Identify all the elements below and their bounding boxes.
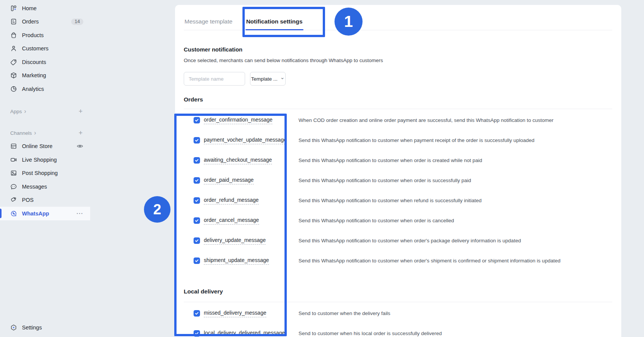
sidebar-item[interactable]: Marketing — [0, 69, 90, 83]
sidebar-item[interactable]: Analytics — [0, 82, 90, 96]
sidebar-item[interactable]: Products — [0, 28, 90, 42]
tab-message-template[interactable]: Message template — [184, 13, 233, 30]
section-divider — [184, 109, 612, 109]
notification-checkbox[interactable] — [194, 177, 200, 184]
sidebar-item[interactable]: Home — [0, 2, 90, 15]
notification-description: Send this WhatsApp notification to custo… — [299, 178, 471, 183]
template-filter-dropdown[interactable]: Template ... ⌄ — [250, 72, 286, 86]
notification-checkbox[interactable] — [194, 157, 200, 164]
notification-checkbox[interactable] — [194, 217, 200, 224]
add-app-button[interactable]: + — [78, 108, 83, 115]
tab-notification-settings[interactable]: Notification settings — [245, 13, 303, 30]
template-name-link[interactable]: order_refund_message — [204, 197, 259, 204]
customer-notification-title: Customer notification — [184, 46, 612, 53]
sidebar-item-settings[interactable]: Settings — [0, 321, 90, 335]
gear-icon — [10, 324, 17, 331]
sidebar-item[interactable]: Customers — [0, 42, 90, 56]
store-icon — [10, 143, 17, 150]
notification-description: Send this WhatsApp notification to custo… — [299, 198, 481, 203]
notification-description: Send this WhatsApp notification to custo… — [299, 158, 482, 163]
customer-notification-description: Once selected, merchants can send below … — [184, 57, 612, 64]
sidebar-group-channels[interactable]: Channels › + — [0, 126, 90, 140]
sidebar-item-label: POS — [22, 197, 34, 203]
local-delivery-notification-list: missed_delivery_message Send to customer… — [184, 303, 612, 337]
notification-description: Send this WhatsApp notification to custo… — [299, 218, 454, 223]
channels-group-label: Channels — [10, 130, 32, 136]
customers-icon — [10, 45, 17, 52]
notification-checkbox[interactable] — [194, 237, 200, 244]
pos-icon — [10, 197, 17, 203]
add-channel-button[interactable]: + — [78, 129, 83, 137]
template-name-input[interactable] — [184, 72, 245, 86]
sidebar-item[interactable]: Post Shopping — [0, 167, 90, 180]
sidebar-item-label: Orders — [22, 19, 39, 25]
sidebar-item[interactable]: Discounts — [0, 55, 90, 69]
sidebar-item-label: Home — [22, 5, 37, 11]
template-name-link[interactable]: payment_vocher_update_message — [204, 137, 287, 144]
sidebar-item[interactable]: Messages — [0, 180, 90, 193]
notification-row: order_paid_message Send this WhatsApp no… — [184, 170, 612, 190]
notification-checkbox[interactable] — [194, 310, 200, 317]
template-name-link[interactable]: order_paid_message — [204, 177, 254, 184]
sidebar: Home Orders 14 Products Customers — [0, 0, 90, 337]
notification-row: payment_vocher_update_message Send this … — [184, 130, 612, 150]
chevron-right-icon: › — [34, 130, 36, 136]
notification-row: shipment_update_message Send this WhatsA… — [184, 251, 612, 271]
messages-icon — [10, 183, 17, 190]
template-name-link[interactable]: shipment_update_message — [204, 257, 269, 265]
notification-checkbox[interactable] — [194, 137, 200, 144]
notification-row: awaiting_checkout_message Send this What… — [184, 150, 612, 170]
notification-row: delivery_update_message Send this WhatsA… — [184, 231, 612, 251]
sidebar-item[interactable]: Online Store — [0, 140, 90, 153]
sidebar-item-label: Marketing — [22, 72, 46, 78]
eye-icon[interactable] — [77, 143, 83, 150]
notification-row: order_confirmation_message When COD orde… — [184, 110, 612, 130]
section-title-local-delivery: Local delivery — [184, 288, 612, 295]
sidebar-item-label: Customers — [22, 45, 48, 51]
sidebar-item-label: Products — [22, 32, 44, 38]
notification-description: Send to customer when his local order is… — [299, 331, 442, 336]
marketing-icon — [10, 72, 17, 79]
template-name-link[interactable]: order_confirmation_message — [204, 117, 272, 124]
sidebar-item-label: Online Store — [22, 143, 53, 149]
sidebar-item-label: Settings — [22, 325, 42, 331]
template-name-link[interactable]: delivery_update_message — [204, 237, 266, 245]
sidebar-item-label: Discounts — [22, 59, 46, 65]
tab-bar: Message template Notification settings — [184, 5, 612, 30]
notification-description: Send this WhatsApp notification to custo… — [299, 238, 521, 243]
orders-notification-list: order_confirmation_message When COD orde… — [184, 110, 612, 271]
discounts-icon — [10, 59, 17, 66]
template-name-link[interactable]: order_cancel_message — [204, 217, 259, 225]
section-title-orders: Orders — [184, 96, 612, 103]
sidebar-item[interactable]: Live Shopping — [0, 153, 90, 167]
whatsapp-icon — [10, 210, 17, 217]
orders-count-badge: 14 — [71, 19, 83, 25]
notification-checkbox[interactable] — [194, 257, 200, 264]
sidebar-item-label: WhatsApp — [22, 211, 49, 217]
template-name-link[interactable]: awaiting_checkout_message — [204, 157, 272, 164]
sidebar-channel-list: Online Store Live Shopping Post Shopping… — [0, 140, 90, 220]
notification-description: Send this WhatsApp notification to custo… — [299, 137, 535, 143]
sidebar-item-label: Post Shopping — [22, 170, 58, 176]
notification-checkbox[interactable] — [194, 197, 200, 204]
notification-checkbox[interactable] — [194, 330, 200, 337]
dots-icon[interactable]: ··· — [77, 210, 83, 217]
template-name-link[interactable]: local_delivery_delivered_message — [204, 330, 285, 337]
notification-row: missed_delivery_message Send to customer… — [184, 303, 612, 323]
sidebar-item[interactable]: Orders 14 — [0, 15, 90, 29]
notification-checkbox[interactable] — [194, 117, 200, 123]
template-name-link[interactable]: missed_delivery_message — [204, 310, 266, 317]
notification-description: Send to customer when the delivery fails — [299, 310, 390, 316]
analytics-icon — [10, 86, 17, 92]
apps-group-label: Apps — [10, 109, 22, 114]
notification-row: order_refund_message Send this WhatsApp … — [184, 190, 612, 211]
sidebar-item[interactable]: POS — [0, 193, 90, 207]
sidebar-group-apps[interactable]: Apps › + — [0, 105, 90, 118]
sidebar-item[interactable]: WhatsApp ··· — [0, 207, 90, 220]
home-icon — [10, 5, 17, 12]
notification-description: When COD order creation and online order… — [299, 117, 553, 123]
products-icon — [10, 32, 17, 39]
section-divider — [184, 302, 612, 302]
sidebar-item-label: Messages — [22, 184, 47, 190]
notification-row: local_delivery_delivered_message Send to… — [184, 323, 612, 337]
